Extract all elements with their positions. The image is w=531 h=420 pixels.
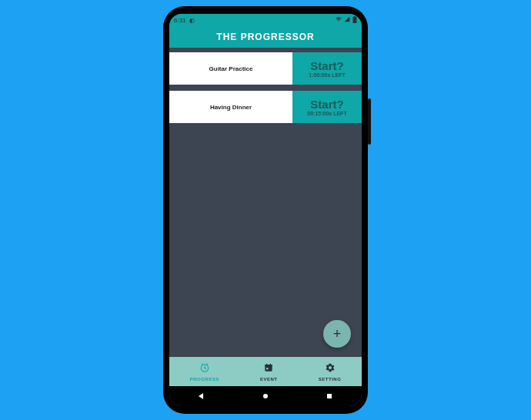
nav-progress[interactable]: PROGRESS: [190, 362, 219, 382]
nav-label: EVENT: [260, 377, 278, 382]
task-card[interactable]: Guitar Practice Start? 1:00:00s LEFT: [169, 52, 362, 85]
time-remaining-label: 00:15:00s LEFT: [307, 111, 346, 116]
svg-rect-5: [266, 363, 267, 365]
nav-event[interactable]: EVENT: [260, 362, 278, 382]
battery-icon: [352, 16, 357, 25]
nav-label: SETTING: [319, 377, 342, 382]
gear-icon: [325, 362, 336, 376]
calendar-icon: [263, 362, 274, 376]
start-label: Start?: [310, 59, 343, 72]
add-fab-button[interactable]: +: [323, 320, 351, 348]
task-name-label: Having Dinner: [169, 91, 292, 123]
task-name-label: Guitar Practice: [169, 52, 292, 85]
svg-rect-6: [270, 363, 271, 365]
task-start-button[interactable]: Start? 00:15:00s LEFT: [292, 91, 362, 123]
system-back-button[interactable]: [197, 392, 206, 401]
bottom-nav: PROGRESS EVENT SETTING: [169, 357, 362, 386]
nav-setting[interactable]: SETTING: [319, 362, 342, 382]
svg-rect-1: [353, 16, 357, 22]
svg-rect-4: [266, 364, 272, 365]
nav-label: PROGRESS: [190, 377, 219, 382]
signal-icon: [344, 16, 350, 24]
phone-side-button: [368, 98, 371, 145]
task-card[interactable]: Having Dinner Start? 00:15:00s LEFT: [169, 91, 362, 123]
svg-rect-7: [266, 368, 268, 369]
app-bar: THE PROGRESSOR: [169, 26, 362, 48]
clock-icon: [199, 362, 210, 376]
system-recent-button[interactable]: [325, 392, 334, 401]
svg-point-8: [263, 394, 268, 398]
time-remaining-label: 1:00:00s LEFT: [309, 72, 345, 78]
system-home-button[interactable]: [261, 392, 270, 401]
start-label: Start?: [310, 98, 343, 111]
wifi-icon: [336, 16, 342, 24]
status-bar: 6:31 ◐: [169, 14, 362, 26]
status-icon: ◐: [189, 17, 195, 24]
system-nav-bar: [169, 386, 362, 406]
task-start-button[interactable]: Start? 1:00:00s LEFT: [292, 52, 362, 85]
plus-icon: +: [333, 326, 342, 342]
content-area: Guitar Practice Start? 1:00:00s LEFT Hav…: [169, 48, 362, 386]
svg-rect-9: [327, 394, 332, 398]
phone-frame: 6:31 ◐ THE PROGRESSOR Guitar Practice: [163, 6, 368, 414]
svg-rect-0: [354, 16, 356, 17]
screen: 6:31 ◐ THE PROGRESSOR Guitar Practice: [169, 14, 362, 406]
app-title: THE PROGRESSOR: [216, 32, 314, 42]
status-time: 6:31: [174, 17, 186, 24]
